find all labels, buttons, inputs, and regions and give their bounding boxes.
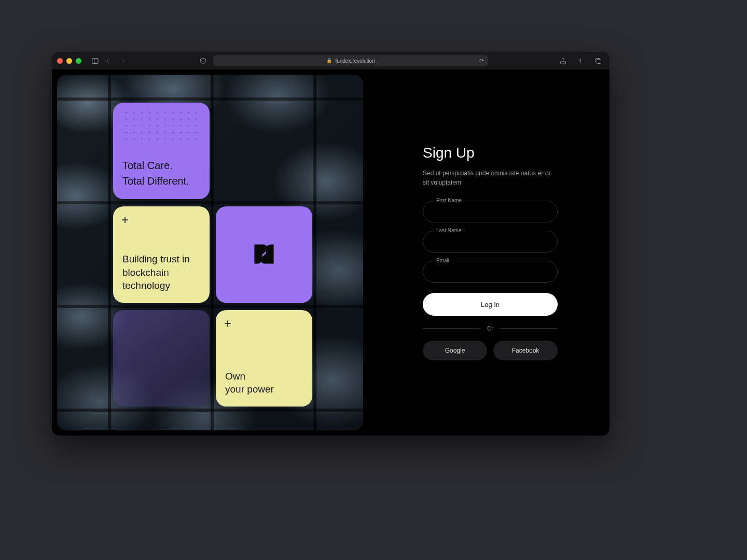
email-field-wrap: Email bbox=[423, 261, 558, 283]
browser-window: 🔒 fundex.revolution ⟳ ++++++++++ bbox=[52, 52, 610, 436]
card-empty bbox=[113, 310, 210, 407]
card-own-power-text: Own your power bbox=[225, 370, 303, 396]
back-button[interactable] bbox=[101, 54, 114, 67]
form-heading: Sign Up bbox=[423, 145, 558, 161]
close-window-button[interactable] bbox=[57, 58, 63, 64]
sidebar-toggle-icon[interactable] bbox=[89, 54, 101, 67]
facebook-oauth-button[interactable]: Facebook bbox=[493, 341, 558, 360]
first-name-label: First Name bbox=[434, 198, 464, 203]
card-line: Total Different. bbox=[122, 173, 200, 189]
forward-button[interactable] bbox=[117, 54, 129, 67]
form-separator: Or bbox=[423, 325, 558, 331]
window-controls bbox=[57, 58, 81, 64]
brand-logo-icon bbox=[248, 238, 280, 270]
last-name-label: Last Name bbox=[434, 228, 463, 233]
card-own-power: + Own your power bbox=[216, 310, 312, 407]
svg-rect-5 bbox=[597, 59, 601, 63]
last-name-field-wrap: Last Name bbox=[423, 231, 558, 253]
page-content: ++++++++++ ++++++++++ ++++++++++ +++++++… bbox=[52, 69, 610, 436]
minimize-window-button[interactable] bbox=[66, 58, 72, 64]
first-name-input[interactable] bbox=[423, 201, 558, 222]
google-oauth-button[interactable]: Google bbox=[423, 341, 487, 360]
login-button[interactable]: Log In bbox=[423, 293, 558, 316]
card-line: your power bbox=[225, 383, 303, 396]
address-bar-text: fundex.revolution bbox=[335, 58, 375, 64]
card-total-care: ++++++++++ ++++++++++ ++++++++++ +++++++… bbox=[113, 103, 210, 199]
hero-panel: ++++++++++ ++++++++++ ++++++++++ +++++++… bbox=[57, 75, 363, 430]
separator-label: Or bbox=[487, 325, 493, 331]
form-subtext: Sed ut perspiciatis unde omnis iste natu… bbox=[423, 169, 558, 187]
card-line: Own bbox=[225, 370, 303, 383]
card-building-trust-text: Building trust in blockchain technology bbox=[122, 253, 200, 292]
lock-icon: 🔒 bbox=[326, 58, 332, 63]
tabs-icon[interactable] bbox=[592, 54, 604, 67]
first-name-field-wrap: First Name bbox=[423, 201, 558, 222]
share-icon[interactable] bbox=[557, 54, 569, 67]
plus-icon: + bbox=[121, 214, 129, 226]
dot-pattern-icon: ++++++++++ ++++++++++ ++++++++++ +++++++… bbox=[122, 110, 200, 144]
address-bar[interactable]: 🔒 fundex.revolution ⟳ bbox=[213, 55, 488, 66]
plus-icon: + bbox=[224, 317, 231, 330]
card-total-care-text: Total Care. Total Different. bbox=[122, 158, 200, 189]
form-pane: Sign Up Sed ut perspiciatis unde omnis i… bbox=[363, 69, 610, 436]
shield-icon[interactable] bbox=[197, 54, 209, 67]
last-name-input[interactable] bbox=[423, 231, 558, 253]
reload-icon[interactable]: ⟳ bbox=[479, 58, 484, 64]
email-label: Email bbox=[434, 258, 451, 263]
signup-form: Sign Up Sed ut perspiciatis unde omnis i… bbox=[423, 145, 558, 360]
card-building-trust: + Building trust in blockchain technolog… bbox=[113, 206, 210, 303]
card-line: Total Care. bbox=[122, 158, 200, 173]
svg-rect-0 bbox=[92, 58, 98, 63]
email-input[interactable] bbox=[423, 261, 558, 283]
maximize-window-button[interactable] bbox=[76, 58, 81, 64]
browser-chrome: 🔒 fundex.revolution ⟳ bbox=[52, 52, 610, 69]
oauth-row: Google Facebook bbox=[423, 341, 558, 360]
new-tab-icon[interactable] bbox=[574, 54, 587, 67]
card-logo bbox=[216, 206, 312, 303]
